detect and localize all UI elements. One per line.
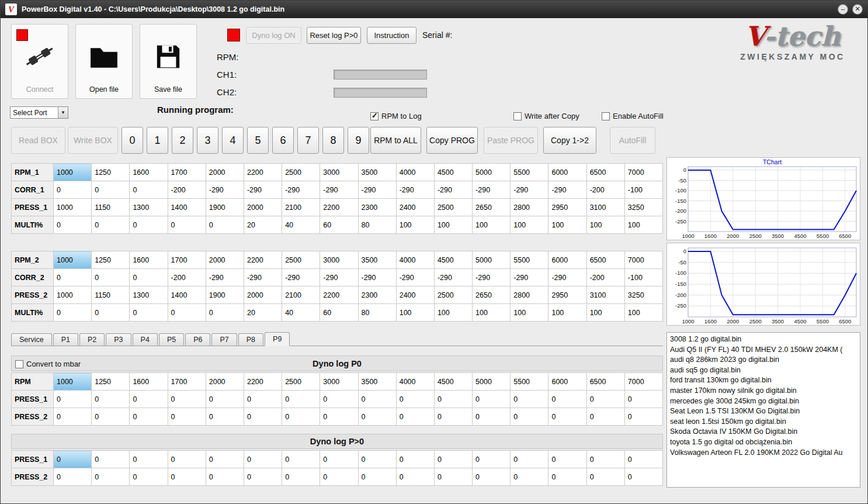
grid-cell[interactable]: 100 [434, 216, 472, 234]
grid-cell[interactable]: 5000 [473, 164, 511, 181]
grid-cell[interactable]: 0 [130, 391, 168, 408]
grid-cell[interactable]: 0 [92, 408, 130, 426]
grid-cell[interactable]: 0 [168, 216, 206, 234]
grid-cell[interactable]: 1700 [168, 164, 206, 181]
grid-cell[interactable]: 0 [548, 391, 586, 408]
grid-cell[interactable]: -290 [282, 181, 320, 199]
grid-cell[interactable]: 0 [473, 408, 511, 426]
grid-cell[interactable]: -290 [244, 269, 282, 286]
tab-p3[interactable]: P3 [106, 333, 131, 346]
grid-cell[interactable]: 5000 [473, 373, 511, 391]
grid-cell[interactable]: 4500 [434, 164, 472, 181]
grid-cell[interactable]: 2650 [473, 199, 511, 216]
grid-cell[interactable]: 0 [168, 304, 206, 322]
grid-cell[interactable]: 0 [396, 468, 434, 486]
grid-cell[interactable]: 0 [54, 181, 92, 199]
grid-cell[interactable]: -100 [624, 181, 662, 199]
tab-p4[interactable]: P4 [133, 333, 158, 346]
grid-cell[interactable]: 0 [473, 451, 511, 468]
digit-button-9[interactable]: 9 [348, 127, 369, 154]
grid-cell[interactable]: 1250 [92, 373, 130, 391]
file-list-item[interactable]: master 170km nowy silnik go digital.bin [670, 386, 857, 396]
grid-cell[interactable]: 1900 [206, 199, 244, 216]
grid-cell[interactable]: -290 [396, 269, 434, 286]
digit-button-7[interactable]: 7 [297, 127, 319, 154]
grid-cell[interactable]: 0 [130, 304, 168, 322]
grid-cell[interactable]: 0 [358, 408, 396, 426]
grid-cell[interactable]: 0 [244, 391, 282, 408]
grid-cell[interactable]: 1000 [54, 286, 92, 304]
tab-p9[interactable]: P9 [265, 332, 290, 346]
grid-cell[interactable]: 2000 [244, 199, 282, 216]
grid-cell[interactable]: 0 [130, 269, 168, 286]
file-list-item[interactable]: Audi Q5 II (FY FL) 40 TDI MHEV 2.0 150kW… [670, 345, 857, 355]
grid-cell[interactable]: 100 [511, 304, 548, 322]
file-list-item[interactable]: toyota 1.5 go digital od obciążenia.bin [670, 437, 857, 448]
grid-cell[interactable]: -290 [320, 269, 358, 286]
grid-cell[interactable]: -290 [434, 181, 472, 199]
file-list-item[interactable]: Skoda Octavia IV 150KM Go Digital.bin [670, 427, 857, 437]
read-box-button[interactable]: Read BOX [11, 127, 65, 154]
grid-cell[interactable]: 0 [206, 304, 244, 322]
grid-cell[interactable]: -290 [320, 181, 358, 199]
select-port-dropdown[interactable]: Select Port ▼ [10, 106, 68, 119]
grid-cell[interactable]: 0 [206, 216, 244, 234]
grid-cell[interactable]: 2200 [244, 164, 282, 181]
grid-cell[interactable]: 1150 [92, 199, 130, 216]
grid-cell[interactable]: 0 [54, 468, 92, 486]
grid-cell[interactable]: 5500 [511, 164, 548, 181]
grid-cell[interactable]: 0 [586, 451, 624, 468]
tab-service[interactable]: Service [11, 333, 52, 346]
minimize-button[interactable]: – [838, 4, 848, 15]
grid-cell[interactable]: -290 [511, 181, 548, 199]
grid-cell[interactable]: 7000 [624, 164, 662, 181]
grid-cell[interactable]: 3250 [624, 286, 662, 304]
grid-cell[interactable]: 60 [320, 216, 358, 234]
grid-cell[interactable]: 0 [624, 468, 662, 486]
grid-cell[interactable]: 5500 [511, 373, 548, 391]
grid-cell[interactable]: 0 [548, 468, 586, 486]
grid-cell[interactable]: 2000 [244, 286, 282, 304]
file-list-item[interactable]: mercedes gle 300d 245km go digital.bin [670, 396, 857, 407]
grid-cell[interactable]: 0 [244, 468, 282, 486]
grid-cell[interactable]: 1250 [92, 251, 130, 269]
file-list-item[interactable]: seat leon 1.5tsi 150km go digital.bin [670, 417, 857, 427]
grid-cell[interactable]: 2400 [396, 286, 434, 304]
grid-cell[interactable]: 1000 [54, 199, 92, 216]
grid-cell[interactable]: 0 [358, 468, 396, 486]
grid-cell[interactable]: 0 [54, 269, 92, 286]
grid-cell[interactable]: 80 [358, 216, 396, 234]
grid-cell[interactable]: 100 [473, 216, 511, 234]
digit-button-0[interactable]: 0 [121, 127, 143, 154]
grid-cell[interactable]: 0 [320, 451, 358, 468]
grid-cell[interactable]: 7000 [624, 251, 662, 269]
grid-cell[interactable]: -290 [358, 181, 396, 199]
grid-cell[interactable]: 0 [358, 451, 396, 468]
grid-cell[interactable]: 2400 [396, 199, 434, 216]
grid-cell[interactable]: 0 [92, 391, 130, 408]
grid-cell[interactable]: 100 [548, 216, 586, 234]
grid-cell[interactable]: 1150 [92, 286, 130, 304]
grid-cell[interactable]: 2100 [282, 199, 320, 216]
grid-cell[interactable]: -290 [358, 269, 396, 286]
grid-cell[interactable]: 20 [244, 304, 282, 322]
grid-cell[interactable]: 5500 [511, 251, 548, 269]
grid-cell[interactable]: 1600 [130, 251, 168, 269]
connect-button[interactable]: Connect [11, 24, 68, 99]
grid-cell[interactable]: 6000 [548, 373, 586, 391]
grid-cell[interactable]: 0 [434, 391, 472, 408]
copy-prog-button[interactable]: Copy PROG [426, 127, 478, 154]
grid-cell[interactable]: 0 [92, 468, 130, 486]
close-button[interactable]: ✕ [852, 4, 863, 15]
grid-cell[interactable]: 6500 [586, 251, 624, 269]
file-list-item[interactable]: Volkswagen Arteon FL 2.0 190KM 2022 Go D… [670, 448, 857, 458]
grid-cell[interactable]: -290 [206, 269, 244, 286]
grid-cell[interactable]: 0 [320, 391, 358, 408]
grid-cell[interactable]: 0 [586, 468, 624, 486]
grid-cell[interactable]: 0 [434, 408, 472, 426]
file-list-item[interactable]: audi sq5 go digital.bin [670, 365, 857, 376]
tab-p6[interactable]: P6 [185, 333, 210, 346]
grid-cell[interactable]: -290 [206, 181, 244, 199]
grid-cell[interactable]: 0 [282, 451, 320, 468]
reset-log-button[interactable]: Reset log P>0 [307, 27, 361, 44]
